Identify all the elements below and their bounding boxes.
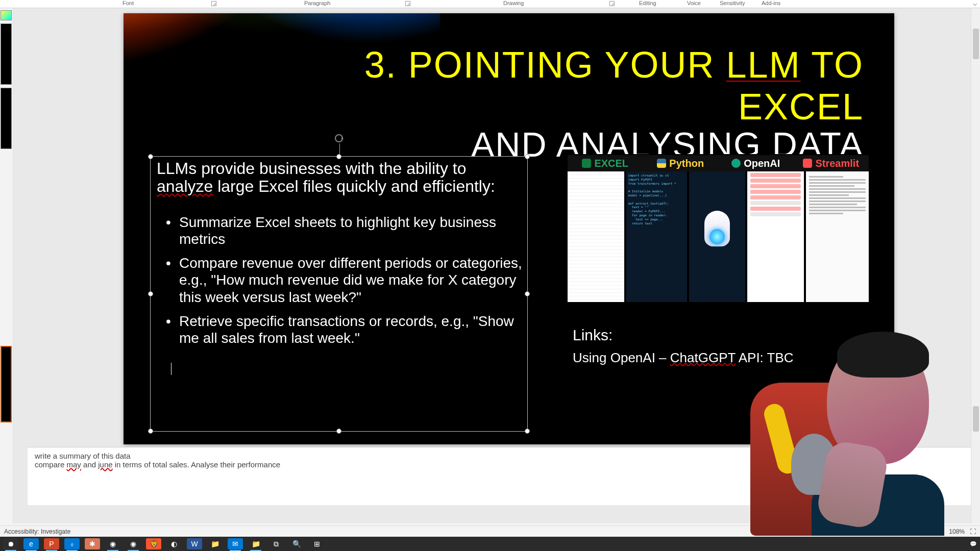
taskbar-powerpoint-icon[interactable]: P	[44, 538, 59, 549]
slide-thumbnail[interactable]	[1, 88, 12, 149]
text-cursor	[171, 363, 172, 375]
taskbar-folder-icon[interactable]: 📁	[207, 538, 223, 549]
paragraph-dialog-launcher[interactable]	[405, 1, 410, 6]
ribbon-group-font: Font	[122, 0, 134, 6]
lead-paragraph[interactable]: LLMs provide businesses with the ability…	[151, 157, 527, 195]
slide-thumbnail-selected[interactable]	[1, 346, 12, 422]
excel-icon	[582, 159, 591, 168]
taskbar-explorer-icon[interactable]: 📁	[248, 538, 263, 549]
ribbon-group-addins: Add-ins	[762, 0, 780, 6]
resize-handle[interactable]	[525, 154, 530, 159]
resize-handle[interactable]	[336, 429, 341, 434]
taskbar-search-icon[interactable]: 🔍	[289, 538, 304, 549]
tech-cards-header: EXCEL Python OpenAI Streamlit	[568, 155, 869, 171]
system-tray[interactable]: 💬	[970, 541, 977, 547]
taskbar-edge-icon[interactable]: e	[23, 538, 39, 549]
scrollbar-thumb[interactable]	[973, 29, 979, 59]
content-textbox-selected[interactable]: LLMs provide businesses with the ability…	[150, 156, 528, 432]
taskbar-start-icon[interactable]: ⊞	[309, 538, 325, 549]
card-header-excel: EXCEL	[568, 155, 643, 171]
card-excel-preview	[568, 171, 624, 302]
card-header-streamlit: Streamlit	[794, 155, 869, 171]
slide-title: 3. POINTING YOUR LLM TO EXCEL AND ANALYS…	[338, 44, 864, 164]
ribbon-group-paragraph: Paragraph	[304, 0, 330, 6]
taskbar-claude-icon[interactable]: ✱	[85, 538, 100, 549]
ribbon-group-sensitivity: Sensitivity	[720, 0, 745, 6]
slide-thumbnail[interactable]	[1, 10, 12, 20]
taskbar-obs-icon[interactable]: ⏺	[3, 538, 18, 549]
bullet-item[interactable]: Summarize Excel sheets to highlight key …	[166, 214, 522, 247]
taskbar-chrome2-icon[interactable]: ◉	[105, 538, 120, 549]
card-openai-preview	[689, 171, 746, 302]
vertical-scrollbar[interactable]	[971, 8, 980, 523]
resize-handle[interactable]	[525, 429, 530, 434]
accessibility-status[interactable]: Accessibility: Investigate	[4, 528, 70, 535]
openai-icon	[731, 159, 741, 168]
taskbar-brave-icon[interactable]: 🦁	[146, 538, 161, 549]
streamlit-icon	[803, 159, 812, 168]
card-python-preview: import streamlit as stimport PyPDF2from …	[626, 171, 687, 302]
bullet-list[interactable]: Summarize Excel sheets to highlight key …	[151, 195, 527, 346]
ribbon: Font Paragraph Drawing Editing Voice Sen…	[0, 0, 980, 8]
resize-handle[interactable]	[525, 291, 530, 296]
resize-handle[interactable]	[148, 429, 153, 434]
font-dialog-launcher[interactable]	[211, 1, 216, 6]
python-icon	[657, 159, 666, 168]
bullet-item[interactable]: Retrieve specific transactions or record…	[166, 313, 522, 346]
webcam-overlay	[745, 316, 965, 536]
resize-handle[interactable]	[148, 154, 153, 159]
fit-to-window-icon[interactable]: ⛶	[970, 528, 976, 535]
resize-handle[interactable]	[336, 154, 341, 159]
taskbar-chrome-icon[interactable]: ◉	[126, 538, 141, 549]
collapse-ribbon-icon[interactable]: ⌵	[973, 0, 977, 7]
ribbon-group-drawing: Drawing	[503, 0, 524, 6]
rotate-handle-icon[interactable]	[335, 134, 343, 142]
card-doc-preview	[806, 171, 869, 302]
card-header-python: Python	[643, 155, 719, 171]
slide-thumbnail[interactable]	[1, 23, 12, 85]
taskbar: ⏺eP⬨✱◉◉🦁◐W📁✉📁⧉🔍⊞ 💬	[0, 537, 980, 551]
taskbar-copilot-icon[interactable]: ◐	[166, 538, 182, 549]
taskbar-mail-icon[interactable]: ✉	[228, 538, 243, 549]
drawing-dialog-launcher[interactable]	[609, 1, 615, 6]
scrollbar-thumb[interactable]	[973, 406, 979, 432]
resize-handle[interactable]	[148, 291, 153, 296]
tech-cards-row: import streamlit as stimport PyPDF2from …	[568, 154, 869, 302]
card-streamlit-preview	[747, 171, 804, 302]
ribbon-group-editing: Editing	[639, 0, 656, 6]
title-line-1: 3. POINTING YOUR LLM TO EXCEL	[338, 44, 864, 128]
tray-notification-icon[interactable]: 💬	[970, 541, 977, 547]
taskbar-word-icon[interactable]: W	[187, 538, 202, 549]
bullet-item[interactable]: Compare revenue over different periods o…	[166, 255, 522, 305]
taskbar-vscode-icon[interactable]: ⬨	[64, 538, 80, 549]
taskbar-taskview-icon[interactable]: ⧉	[268, 538, 284, 549]
card-header-openai: OpenAI	[718, 155, 794, 171]
ribbon-group-voice: Voice	[687, 0, 701, 6]
slide-thumbnail-panel[interactable]	[0, 8, 13, 523]
